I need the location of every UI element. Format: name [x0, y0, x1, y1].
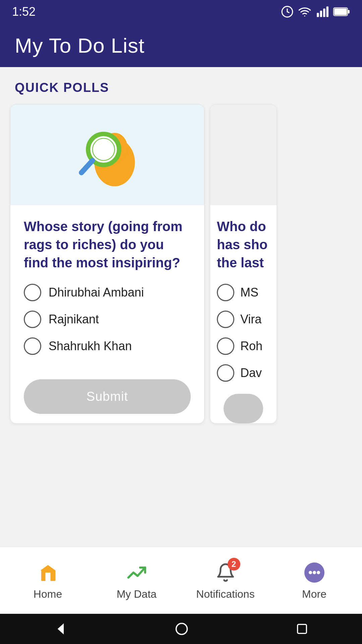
poll-option-2-3[interactable]: Roh [217, 337, 270, 355]
home-button[interactable] [174, 622, 189, 636]
poll-card-2: Who dohas shothe last MS Vira Roh [210, 104, 277, 424]
radio-2-3[interactable] [217, 337, 234, 355]
home-icon [36, 560, 60, 585]
radio-2-1[interactable] [217, 284, 234, 301]
poll-image-area-2 [210, 105, 277, 205]
status-time: 1:52 [12, 5, 36, 19]
poll-options-1: Dhirubhai Ambani Rajnikant Shahrukh Khan [24, 284, 191, 367]
wifi-icon [298, 5, 311, 18]
quick-polls-label: QUICK POLLS [0, 80, 362, 95]
status-bar: 1:52 [0, 0, 362, 23]
svg-point-16 [317, 571, 320, 574]
main-content: QUICK POLLS Whose story (going from [0, 67, 362, 547]
radio-2-4[interactable] [217, 364, 234, 382]
header: My To Do List [0, 23, 362, 67]
svg-marker-17 [57, 624, 63, 635]
poll-illustration-1 [70, 118, 144, 192]
recents-button[interactable] [295, 622, 309, 636]
svg-rect-3 [323, 9, 325, 17]
app-icon [281, 5, 294, 18]
poll-card-1: Whose story (going from rags to riches) … [10, 104, 204, 424]
nav-item-my-data[interactable]: My Data [92, 555, 181, 606]
poll-options-2: MS Vira Roh Dav [217, 284, 270, 382]
svg-line-12 [81, 161, 93, 173]
bottom-nav: Home My Data 2 Notifications [0, 547, 362, 614]
radio-1-1[interactable] [24, 284, 41, 301]
svg-rect-7 [348, 10, 350, 13]
option-label-1-2: Rajnikant [49, 312, 99, 326]
page-title: My To Do List [15, 34, 144, 57]
nav-label-more: More [302, 588, 326, 600]
poll-body-2: Who dohas shothe last MS Vira Roh [210, 205, 277, 423]
svg-rect-4 [326, 6, 328, 17]
svg-point-14 [309, 571, 312, 574]
submit-button-1[interactable]: Submit [24, 379, 191, 414]
back-icon [53, 622, 68, 636]
poll-option-2-2[interactable]: Vira [217, 311, 270, 328]
home-svg [38, 562, 58, 583]
polls-container: Whose story (going from rags to riches) … [0, 104, 362, 424]
option-label-2-2: Vira [240, 312, 261, 326]
poll-option-1-3[interactable]: Shahrukh Khan [24, 337, 191, 355]
nav-label-home: Home [34, 588, 62, 600]
poll-image-area-1 [10, 105, 204, 205]
svg-rect-2 [320, 11, 322, 17]
nav-item-home[interactable]: Home [3, 555, 92, 606]
nav-label-notifications: Notifications [196, 588, 254, 600]
android-nav [0, 614, 362, 644]
dots-icon [302, 560, 326, 585]
poll-question-2: Who dohas shothe last [217, 217, 270, 272]
battery-icon [333, 6, 350, 17]
poll-option-2-1[interactable]: MS [217, 284, 270, 301]
option-label-1-3: Shahrukh Khan [49, 339, 132, 353]
nav-item-notifications[interactable]: 2 Notifications [181, 555, 270, 606]
option-label-1-1: Dhirubhai Ambani [49, 285, 144, 300]
chart-icon [125, 560, 149, 585]
poll-option-1-1[interactable]: Dhirubhai Ambani [24, 284, 191, 301]
status-icons [281, 5, 350, 18]
recents-icon [295, 622, 309, 636]
nav-item-more[interactable]: More [270, 555, 359, 606]
radio-1-2[interactable] [24, 311, 41, 328]
option-label-2-1: MS [240, 285, 258, 300]
poll-option-1-2[interactable]: Rajnikant [24, 311, 191, 328]
poll-body-1: Whose story (going from rags to riches) … [10, 205, 204, 423]
dots-svg [304, 562, 325, 583]
notification-badge: 2 [228, 558, 240, 571]
poll-question-1: Whose story (going from rags to riches) … [24, 217, 191, 272]
svg-rect-6 [334, 8, 347, 15]
option-label-2-3: Roh [240, 339, 262, 353]
bell-icon: 2 [214, 560, 238, 585]
radio-1-3[interactable] [24, 337, 41, 355]
android-home-icon [174, 622, 189, 636]
submit-button-2[interactable] [224, 394, 263, 423]
poll-option-2-4[interactable]: Dav [217, 364, 270, 382]
signal-icon [316, 5, 328, 18]
nav-label-my-data: My Data [117, 588, 157, 600]
radio-2-2[interactable] [217, 311, 234, 328]
back-button[interactable] [53, 622, 68, 636]
chart-svg [127, 562, 147, 583]
option-label-2-4: Dav [240, 366, 262, 380]
svg-rect-1 [317, 13, 319, 17]
svg-point-15 [313, 571, 316, 574]
svg-rect-19 [298, 625, 307, 634]
svg-point-18 [176, 624, 187, 635]
